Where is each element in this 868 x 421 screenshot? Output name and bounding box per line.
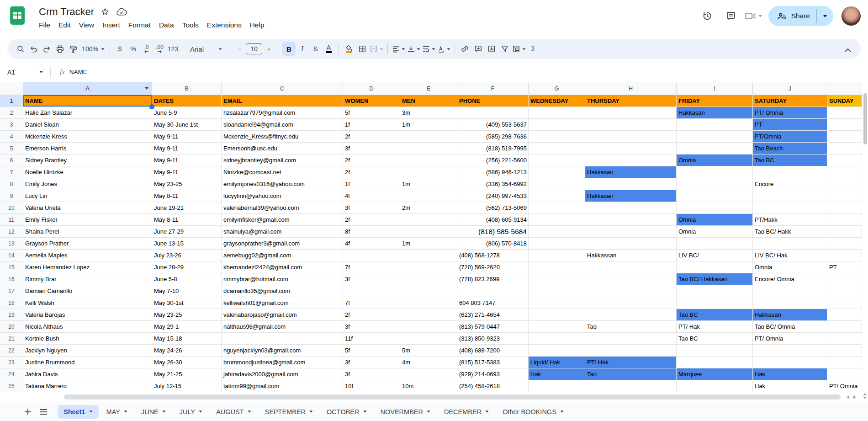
cell-J8[interactable]: Encore — [753, 178, 827, 190]
cell-C22[interactable]: nguyenjacklyn03@gmail.com — [222, 345, 343, 357]
zoom-control[interactable]: 100% — [80, 42, 106, 56]
column-header-B[interactable]: B — [152, 82, 222, 95]
cell-G13[interactable] — [529, 238, 585, 250]
cell-B2[interactable]: June 5-9 — [152, 107, 222, 119]
cell-E19[interactable] — [400, 309, 457, 321]
cell-H9[interactable]: Hakkasan — [585, 190, 677, 202]
print-button[interactable] — [53, 42, 67, 56]
row-header-22[interactable]: 22 — [0, 345, 23, 357]
menu-tools[interactable]: Tools — [178, 20, 203, 31]
cell-F3[interactable]: (409) 553-5637 — [457, 119, 529, 131]
cell-D9[interactable]: 4f — [343, 190, 400, 202]
cell-E13[interactable]: 1m — [400, 238, 457, 250]
row-header-25[interactable]: 25 — [0, 380, 23, 392]
cell-G2[interactable] — [529, 107, 585, 119]
cell-B3[interactable]: May 30-June 1st — [152, 119, 222, 131]
cell-B9[interactable]: May 8-11 — [152, 190, 222, 202]
column-header-C[interactable]: C — [222, 82, 343, 95]
cell-G1[interactable]: WEDNESDAY — [529, 95, 585, 107]
menu-insert[interactable]: Insert — [98, 20, 124, 31]
cell-J5[interactable]: Tao Beach — [753, 143, 827, 155]
cell-H20[interactable]: Tao — [585, 321, 677, 333]
vertical-scroll-arrows[interactable] — [863, 393, 867, 399]
cell-J24[interactable]: Hak — [753, 368, 827, 380]
cell-G5[interactable] — [529, 143, 585, 155]
cell-D21[interactable]: 11f — [343, 333, 400, 345]
cell-C18[interactable]: kelliwalsh01@gmail.com — [222, 297, 343, 309]
row-header-5[interactable]: 5 — [0, 143, 23, 155]
cell-B11[interactable]: May 8-11 — [152, 214, 222, 226]
cell-F21[interactable]: (313) 850-9323 — [457, 333, 529, 345]
row-header-14[interactable]: 14 — [0, 250, 23, 261]
vertical-align-button[interactable] — [406, 42, 421, 56]
share-button[interactable]: Share — [768, 6, 833, 26]
cell-J23[interactable] — [753, 357, 827, 368]
cell-D14[interactable] — [343, 250, 400, 261]
cell-J2[interactable]: PT/ Omnia — [753, 107, 827, 119]
cell-B1[interactable]: DATES — [152, 95, 222, 107]
cell-F16[interactable]: (778) 823 2699 — [457, 273, 529, 285]
format-percent-button[interactable]: % — [127, 42, 140, 56]
cell-G23[interactable]: Liquid/ Hak — [529, 357, 585, 368]
cell-H14[interactable]: Hakkassan — [585, 250, 677, 261]
cell-I25[interactable] — [677, 380, 753, 392]
cell-B21[interactable]: May 15-18 — [152, 333, 222, 345]
cell-B10[interactable]: June 19-21 — [152, 202, 222, 214]
cell-E1[interactable]: MEN — [400, 95, 457, 107]
sheet-tab-october[interactable]: OCTOBER — [321, 405, 372, 419]
cell-C14[interactable]: aemebugg02@gmail.com — [222, 250, 343, 261]
name-box[interactable]: A1 — [0, 69, 48, 76]
cell-B22[interactable]: May 24-26 — [152, 345, 222, 357]
cell-F17[interactable] — [457, 285, 529, 297]
sheets-logo-icon[interactable] — [8, 5, 26, 26]
bold-button[interactable]: B — [282, 42, 296, 56]
cell-B24[interactable]: May 21-25 — [152, 368, 222, 380]
cell-H5[interactable] — [585, 143, 677, 155]
cell-H8[interactable] — [585, 178, 677, 190]
cell-H12[interactable] — [585, 226, 677, 238]
cell-D8[interactable]: 1f — [343, 178, 400, 190]
cell-H7[interactable]: Hakkasan — [585, 166, 677, 178]
sheet-tab-may[interactable]: MAY — [101, 405, 133, 419]
cell-B5[interactable]: May 9-11 — [152, 143, 222, 155]
cell-I4[interactable] — [677, 131, 753, 143]
cell-D13[interactable]: 4f — [343, 238, 400, 250]
cell-I9[interactable] — [677, 190, 753, 202]
cell-J10[interactable] — [753, 202, 827, 214]
row-header-8[interactable]: 8 — [0, 178, 23, 190]
row-header-7[interactable]: 7 — [0, 166, 23, 178]
menu-edit[interactable]: Edit — [54, 20, 75, 31]
menu-view[interactable]: View — [75, 20, 98, 31]
column-header-F[interactable]: F — [457, 82, 529, 95]
increase-decimal-button[interactable]: .00 — [153, 42, 166, 56]
cell-C16[interactable]: rimmybrar@hotmail.com — [222, 273, 343, 285]
cell-D24[interactable]: 3f — [343, 368, 400, 380]
cell-B16[interactable]: June 5-8 — [152, 273, 222, 285]
cell-A1[interactable]: NAME — [23, 95, 152, 107]
cell-H22[interactable] — [585, 345, 677, 357]
cell-D4[interactable]: 2f — [343, 131, 400, 143]
row-header-20[interactable]: 20 — [0, 321, 23, 333]
cell-A24[interactable]: Jahira Davis — [23, 368, 152, 380]
cell-H16[interactable] — [585, 273, 677, 285]
row-header-4[interactable]: 4 — [0, 131, 23, 143]
cell-C19[interactable]: valeriabarojasp@gmail.com — [222, 309, 343, 321]
cell-B18[interactable]: May 30-1st — [152, 297, 222, 309]
sheet-tab-december[interactable]: DECEMBER — [438, 405, 495, 419]
cell-B13[interactable]: June 13-15 — [152, 238, 222, 250]
search-menus-icon[interactable] — [14, 42, 27, 56]
column-header-G[interactable]: G — [529, 82, 585, 95]
cell-H24[interactable]: Tao — [585, 368, 677, 380]
scroll-left-icon[interactable] — [847, 395, 849, 399]
cell-F24[interactable]: (929) 214-0693 — [457, 368, 529, 380]
cell-D7[interactable]: 2f — [343, 166, 400, 178]
row-header-12[interactable]: 12 — [0, 226, 23, 238]
cell-I13[interactable] — [677, 238, 753, 250]
cell-B23[interactable]: May 26-30 — [152, 357, 222, 368]
cell-A18[interactable]: Kelli Walsh — [23, 297, 152, 309]
document-title[interactable]: Crm Tracker — [39, 6, 94, 18]
cell-E24[interactable] — [400, 368, 457, 380]
version-history-icon[interactable] — [697, 6, 717, 26]
cell-H4[interactable] — [585, 131, 677, 143]
row-header-15[interactable]: 15 — [0, 261, 23, 273]
